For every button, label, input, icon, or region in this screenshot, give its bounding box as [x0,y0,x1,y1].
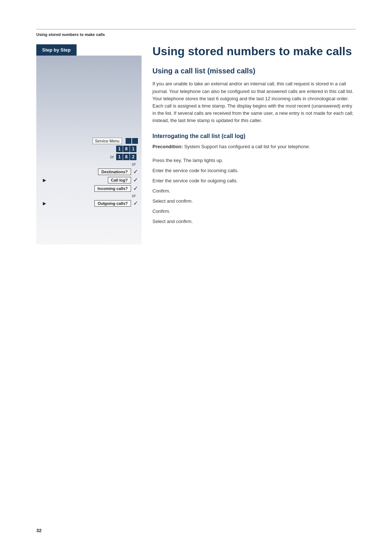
key-indicator-182: 1 8 2 [116,154,136,160]
key-1c: 1 [116,154,123,160]
call-log-box: Call log? [108,177,131,183]
destinations-checkmark: ✓ [133,168,138,175]
service-menu-box: Service Menu [93,138,122,144]
sidebar-gradient: Service Menu 1 8 1 [36,56,142,244]
step-instructions: Press the key. The lamp lights up. Enter… [152,156,356,225]
incoming-calls-row: Incoming calls? ✓ [40,185,138,192]
or-text-1: or [110,154,114,159]
instruction-1: Enter the service code for incoming call… [152,166,356,174]
section-header-text: Using stored numbers to make calls [36,32,105,37]
sidebar: Step by Step Service Menu 1 [36,44,142,244]
instruction-text-4: Select and confirm. [152,198,356,204]
instruction-0: Press the key. The lamp lights up. [152,156,356,164]
key-1b: 1 [130,146,136,152]
call-log-row: ▶ Call log? ✓ [40,177,138,183]
sub-title-1: Using a call list (missed calls) [152,67,356,75]
sidebar-steps: Service Menu 1 8 1 [36,138,142,208]
key-2a: 2 [130,154,136,160]
or-row-2: or [40,193,138,198]
step-by-step-badge: Step by Step [36,44,77,56]
instruction-text-0: Press the key. The lamp lights up. [152,158,356,163]
call-log-arrow: ▶ [43,178,46,183]
destinations-box: Destinations? [98,169,131,175]
instruction-4: Select and confirm. [152,197,356,205]
incoming-calls-checkmark: ✓ [133,185,138,192]
lamp-box-2 [132,138,138,144]
instruction-2: Enter the service code for outgoing call… [152,177,356,185]
or-standalone: or [132,162,136,167]
or-row-1: or [40,162,138,167]
page-number: 32 [36,528,41,533]
instruction-text-5: Confirm. [152,208,356,214]
call-log-checkmark: ✓ [133,177,138,183]
main-title: Using stored numbers to make calls [152,44,356,58]
precondition-body: System Support has configured a call lis… [183,144,310,149]
outgoing-calls-row: ▶ Outgoing calls? ✓ [40,200,138,207]
destinations-row: Destinations? ✓ [40,168,138,175]
lamp-boxes [126,138,138,144]
instruction-text-3: Confirm. [152,188,356,194]
section-header: Using stored numbers to make calls [36,29,356,37]
page: Using stored numbers to make calls Step … [0,0,392,555]
outgoing-calls-arrow: ▶ [43,201,46,206]
instruction-text-2: Enter the service code for outgoing call… [152,178,356,183]
body-text: If you are unable to take an external an… [152,80,356,124]
precondition-text: Precondition: System Support has configu… [152,143,356,150]
key-indicator-181: 1 8 1 [116,146,136,152]
code-181-row: 1 8 1 [40,146,138,152]
main-layout: Step by Step Service Menu 1 [36,44,356,244]
lamp-box-1 [126,138,131,144]
precondition-label: Precondition: [152,144,183,149]
instruction-5: Confirm. [152,207,356,215]
content-area: Using stored numbers to make calls Using… [142,44,356,244]
key-1a: 1 [116,146,123,152]
or-standalone-2: or [132,193,136,198]
instruction-6: Select and confirm. [152,217,356,225]
service-menu-row: Service Menu [40,138,138,144]
instruction-3: Confirm. [152,187,356,195]
outgoing-calls-box: Outgoing calls? [94,200,131,207]
outgoing-calls-checkmark: ✓ [133,200,138,207]
instruction-text-1: Enter the service code for incoming call… [152,168,356,173]
sub-title-2: Interrogating the call list (call log) [152,133,356,139]
incoming-calls-box: Incoming calls? [94,185,131,192]
instruction-text-6: Select and confirm. [152,219,356,224]
code-182-row: or 1 8 2 [40,154,138,160]
key-8b: 8 [123,154,130,160]
key-8a: 8 [123,146,130,152]
